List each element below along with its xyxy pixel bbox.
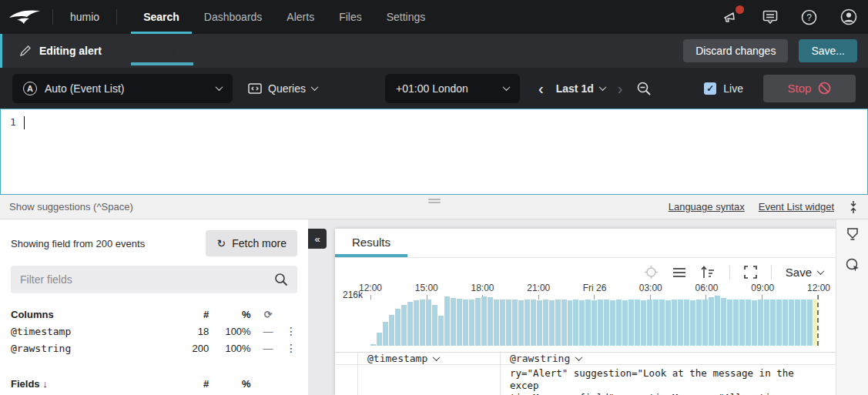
histogram-bar[interactable] <box>518 300 524 346</box>
fetch-more-button[interactable]: ↻ Fetch more <box>206 230 297 256</box>
histogram-bar[interactable] <box>721 298 726 346</box>
histogram-bar[interactable] <box>377 333 382 346</box>
histogram-bar[interactable] <box>395 309 400 346</box>
live-checkbox[interactable]: ✓ <box>704 82 716 95</box>
histogram-bar[interactable] <box>585 300 591 346</box>
histogram-bar[interactable] <box>592 300 597 346</box>
announcements-icon[interactable] <box>722 9 739 25</box>
time-forward-button[interactable]: › <box>613 81 628 96</box>
histogram-bar[interactable] <box>807 300 813 346</box>
histogram-bar[interactable] <box>702 300 708 346</box>
row-menu-icon[interactable]: ⋮ <box>285 342 297 354</box>
feedback-icon[interactable] <box>762 9 778 25</box>
row-menu-icon[interactable]: ⋮ <box>285 325 297 337</box>
query-editor[interactable]: 1 <box>0 109 868 195</box>
column-row-rawstring[interactable]: @rawstring 200 100% — ⋮ <box>11 340 297 357</box>
histogram-bar[interactable] <box>715 296 720 346</box>
histogram-bar[interactable] <box>555 300 561 346</box>
histogram-bar[interactable] <box>426 300 431 346</box>
widget-docs-link[interactable]: Event List widget <box>759 201 834 213</box>
histogram-bar[interactable] <box>653 300 659 346</box>
account-icon[interactable] <box>840 8 857 25</box>
collapse-vertical-icon[interactable] <box>848 201 859 213</box>
histogram-bar[interactable] <box>481 296 487 346</box>
nav-item-search[interactable]: Search <box>131 0 192 34</box>
histogram-bar[interactable] <box>383 322 388 346</box>
histogram-bar[interactable] <box>733 300 739 346</box>
sort-descending-icon[interactable]: ↓ <box>42 378 48 390</box>
histogram-bar[interactable] <box>709 297 714 346</box>
timezone-dropdown[interactable]: +01:00 London <box>385 74 520 103</box>
crosshair-icon[interactable] <box>644 265 659 280</box>
histogram-bar[interactable] <box>672 300 677 346</box>
stop-button[interactable]: Stop <box>763 75 856 102</box>
histogram-bar[interactable] <box>475 298 481 346</box>
histogram-bar[interactable] <box>801 300 806 346</box>
histogram-bar[interactable] <box>579 300 585 346</box>
histogram-bar[interactable] <box>598 300 603 346</box>
time-range-dropdown[interactable]: Last 1d <box>556 82 605 95</box>
histogram-bar[interactable] <box>690 300 695 346</box>
resize-drag-handle[interactable] <box>428 197 441 205</box>
histogram-bar[interactable] <box>684 300 689 346</box>
nav-item-settings[interactable]: Settings <box>374 0 438 34</box>
histogram-bar[interactable] <box>770 300 776 346</box>
histogram-bar[interactable] <box>764 300 769 346</box>
histogram-bar[interactable] <box>494 300 499 346</box>
tag-icon[interactable] <box>846 227 860 241</box>
histogram-bar[interactable] <box>659 300 665 346</box>
histogram-bar[interactable] <box>622 300 628 346</box>
histogram-bar[interactable] <box>783 300 788 346</box>
row-density-icon[interactable] <box>672 266 686 279</box>
language-syntax-link[interactable]: Language syntax <box>669 201 745 213</box>
histogram-bar[interactable] <box>696 300 702 346</box>
table-row[interactable]: ry="Alert" suggestion="Look at the messa… <box>335 365 836 395</box>
histogram-bar[interactable] <box>537 300 542 346</box>
tab-results[interactable]: Results <box>335 229 407 257</box>
histogram-bar[interactable] <box>463 300 468 346</box>
queries-dropdown[interactable]: Queries <box>248 82 317 95</box>
histogram-bar[interactable] <box>610 300 615 346</box>
brand-name[interactable]: humio <box>53 0 116 34</box>
histogram-bar[interactable] <box>389 315 394 346</box>
histogram-bar[interactable] <box>776 300 782 346</box>
histogram-bar[interactable] <box>457 299 462 346</box>
sort-order-icon[interactable] <box>700 266 716 279</box>
histogram-bar[interactable] <box>549 300 555 346</box>
histogram-bar[interactable] <box>616 300 622 346</box>
histogram-bar[interactable] <box>678 300 683 346</box>
histogram-bar[interactable] <box>746 300 751 346</box>
histogram-bar[interactable] <box>752 300 757 346</box>
histogram-plot[interactable] <box>370 295 819 346</box>
histogram-bar[interactable] <box>573 300 578 346</box>
crowdstrike-falcon-logo[interactable] <box>8 0 52 34</box>
save-results-dropdown[interactable]: Save <box>786 266 823 279</box>
histogram-bar[interactable] <box>543 300 548 346</box>
histogram-bar[interactable] <box>512 300 518 346</box>
widget-type-dropdown[interactable]: A Auto (Event List) <box>12 74 233 103</box>
histogram-bar[interactable] <box>451 298 456 346</box>
help-icon[interactable]: ? <box>801 9 817 25</box>
histogram-bar[interactable] <box>739 300 745 346</box>
histogram-bar[interactable] <box>438 316 444 346</box>
nav-item-alerts[interactable]: Alerts <box>274 0 327 34</box>
column-row-timestamp[interactable]: @timestamp 18 100% — ⋮ <box>11 323 297 340</box>
collapse-fields-panel-button[interactable]: « <box>308 229 327 249</box>
tab-filter[interactable]: Filter <box>131 37 193 65</box>
histogram-bar[interactable] <box>407 302 413 346</box>
histogram-bar[interactable] <box>665 300 671 346</box>
zoom-out-icon[interactable] <box>636 81 652 96</box>
save-button[interactable]: Save... <box>799 39 857 62</box>
histogram-bar[interactable] <box>758 300 763 346</box>
histogram-bar[interactable] <box>789 300 794 346</box>
histogram-bar[interactable] <box>641 300 646 346</box>
histogram-bar[interactable] <box>561 300 567 346</box>
histogram-bar[interactable] <box>500 300 505 346</box>
discard-changes-button[interactable]: Discard changes <box>683 39 788 62</box>
column-header-rawstring[interactable]: @rawstring <box>501 353 836 364</box>
histogram-bar[interactable] <box>568 300 573 346</box>
filter-fields-input[interactable] <box>20 273 274 286</box>
histogram-bar[interactable] <box>432 305 437 346</box>
time-back-button[interactable]: ‹ <box>534 81 548 96</box>
column-header-timestamp[interactable]: @timestamp <box>358 353 501 364</box>
